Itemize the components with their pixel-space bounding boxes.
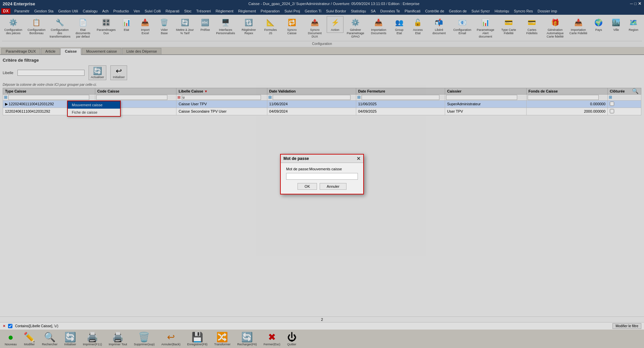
- modal-overlay: Mot de passe ✕ Mot de passe:Mouvements c…: [0, 0, 644, 118]
